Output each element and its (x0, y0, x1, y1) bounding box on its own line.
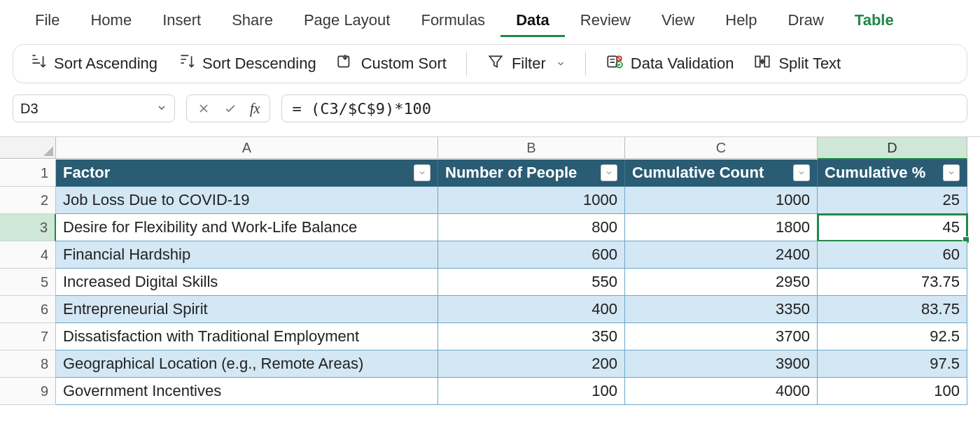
custom-sort-icon (336, 52, 354, 75)
cell-B2[interactable]: 1000 (438, 187, 625, 214)
spreadsheet-grid: A B C D 1 Factor Number of People Cumula… (0, 136, 980, 405)
row-head-4[interactable]: 4 (0, 241, 56, 269)
split-text-icon (753, 52, 771, 75)
table-row: 4Financial Hardship600240060 (0, 241, 980, 269)
cell-C8[interactable]: 3900 (625, 350, 818, 378)
tab-help[interactable]: Help (710, 7, 772, 37)
tab-page-layout[interactable]: Page Layout (288, 7, 406, 37)
tab-insert[interactable]: Insert (147, 7, 216, 37)
cell-D5[interactable]: 73.75 (818, 269, 967, 296)
filter-dropdown-A[interactable] (414, 164, 430, 181)
row-head-2[interactable]: 2 (0, 187, 56, 214)
tab-file[interactable]: File (20, 7, 75, 37)
cell-D3[interactable]: 45 (818, 214, 967, 241)
tab-draw[interactable]: Draw (773, 7, 839, 37)
row-head-8[interactable]: 8 (0, 350, 56, 378)
cell-C2[interactable]: 1000 (625, 187, 818, 214)
row-head-1[interactable]: 1 (0, 159, 56, 187)
row-head-5[interactable]: 5 (0, 269, 56, 296)
cell-B6[interactable]: 400 (438, 296, 625, 323)
cell-D7[interactable]: 92.5 (818, 323, 967, 350)
cell-B4[interactable]: 600 (438, 241, 625, 269)
col-head-A[interactable]: A (56, 137, 438, 159)
formula-text: = (C3/$C$9)*100 (292, 100, 431, 118)
cell-C4[interactable]: 2400 (625, 241, 818, 269)
svg-rect-5 (765, 56, 770, 66)
cell-D6[interactable]: 83.75 (818, 296, 967, 323)
tab-review[interactable]: Review (565, 7, 646, 37)
cell-C6[interactable]: 3350 (625, 296, 818, 323)
tab-data[interactable]: Data (500, 7, 565, 37)
header-cell-C[interactable]: Cumulative Count (625, 159, 818, 187)
header-cell-D[interactable]: Cumulative % (818, 159, 967, 187)
sort-desc-icon (177, 52, 195, 75)
tab-home[interactable]: Home (75, 7, 147, 37)
cell-A9[interactable]: Government Incentives (56, 378, 438, 405)
cell-B5[interactable]: 550 (438, 269, 625, 296)
filter-icon (486, 52, 505, 75)
tab-view[interactable]: View (646, 7, 710, 37)
chevron-down-icon (556, 55, 566, 73)
filter-dropdown-B[interactable] (601, 164, 617, 181)
cell-D4[interactable]: 60 (818, 241, 967, 269)
ribbon-separator (585, 52, 586, 76)
cancel-formula-icon[interactable] (197, 101, 211, 115)
tab-formulas[interactable]: Formulas (405, 7, 500, 37)
table-row: 7Dissatisfaction with Traditional Employ… (0, 323, 980, 350)
cell-B8[interactable]: 200 (438, 350, 625, 378)
header-cell-B[interactable]: Number of People (438, 159, 625, 187)
table-header-row: 1 Factor Number of People Cumulative Cou… (0, 159, 980, 187)
cell-C7[interactable]: 3700 (625, 323, 818, 350)
cell-A4[interactable]: Financial Hardship (56, 241, 438, 269)
formula-input[interactable]: = (C3/$C$9)*100 (281, 94, 967, 122)
cell-B3[interactable]: 800 (438, 214, 625, 241)
cell-A8[interactable]: Geographical Location (e.g., Remote Area… (56, 350, 438, 378)
cell-A2[interactable]: Job Loss Due to COVID-19 (56, 187, 438, 214)
row-head-7[interactable]: 7 (0, 323, 56, 350)
cell-C5[interactable]: 2950 (625, 269, 818, 296)
filter-dropdown-C[interactable] (793, 164, 810, 181)
cell-A5[interactable]: Increased Digital Skills (56, 269, 438, 296)
select-all-corner[interactable] (0, 137, 56, 159)
row-head-9[interactable]: 9 (0, 378, 56, 405)
formula-controls: fx (186, 94, 270, 122)
col-head-D[interactable]: D (818, 137, 967, 159)
cell-C3[interactable]: 1800 (625, 214, 818, 241)
tab-share[interactable]: Share (216, 7, 288, 37)
cell-D9[interactable]: 100 (818, 378, 967, 405)
table-row: 2Job Loss Due to COVID-191000100025 (0, 187, 980, 214)
table-row: 5Increased Digital Skills550295073.75 (0, 269, 980, 296)
custom-sort-button[interactable]: Custom Sort (336, 52, 447, 75)
cell-A3[interactable]: Desire for Flexibility and Work-Life Bal… (56, 214, 438, 241)
cell-B9[interactable]: 100 (438, 378, 625, 405)
filter-dropdown-D[interactable] (943, 164, 960, 181)
table-row: 8Geographical Location (e.g., Remote Are… (0, 350, 980, 378)
cell-B7[interactable]: 350 (438, 323, 625, 350)
cell-D2[interactable]: 25 (818, 187, 967, 214)
cell-A7[interactable]: Dissatisfaction with Traditional Employm… (56, 323, 438, 350)
data-validation-button[interactable]: Data Validation (606, 52, 734, 75)
split-text-button[interactable]: Split Text (753, 52, 841, 75)
header-label-C: Cumulative Count (632, 164, 788, 182)
menu-tabs: File Home Insert Share Page Layout Formu… (0, 0, 980, 37)
col-head-B[interactable]: B (438, 137, 625, 159)
header-cell-A[interactable]: Factor (56, 159, 438, 187)
table-row: 9Government Incentives1004000100 (0, 378, 980, 405)
cell-A6[interactable]: Entrepreneurial Spirit (56, 296, 438, 323)
col-head-C[interactable]: C (625, 137, 818, 159)
sort-asc-icon (29, 52, 47, 75)
cell-D8[interactable]: 97.5 (818, 350, 967, 378)
filter-button[interactable]: Filter (486, 52, 566, 75)
sort-descending-button[interactable]: Sort Descending (177, 52, 316, 75)
header-label-A: Factor (63, 164, 408, 182)
row-head-3[interactable]: 3 (0, 214, 56, 241)
table-row: 6Entrepreneurial Spirit400335083.75 (0, 296, 980, 323)
fx-label[interactable]: fx (250, 101, 260, 117)
cell-C9[interactable]: 4000 (625, 378, 818, 405)
svg-rect-1 (608, 56, 617, 66)
row-head-6[interactable]: 6 (0, 296, 56, 323)
sort-ascending-button[interactable]: Sort Ascending (29, 52, 158, 75)
tab-table[interactable]: Table (839, 7, 909, 37)
name-box[interactable]: D3 (13, 94, 175, 122)
accept-formula-icon[interactable] (223, 101, 237, 115)
